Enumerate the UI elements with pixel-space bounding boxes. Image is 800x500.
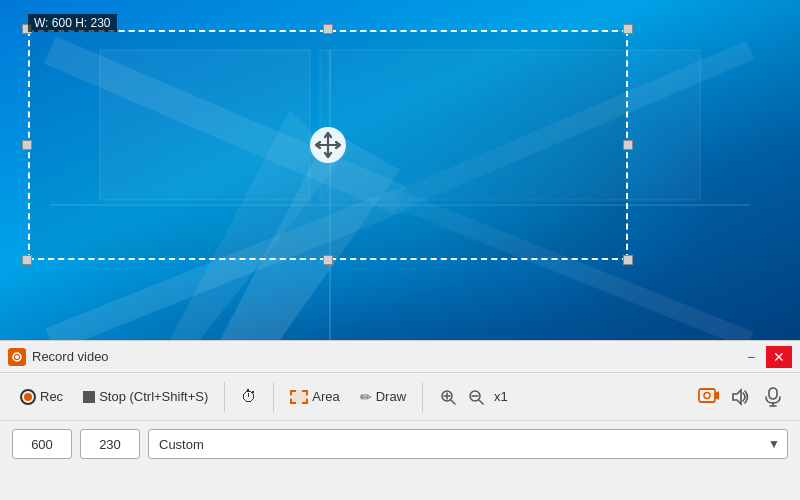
svg-line-16: [451, 400, 455, 404]
title-bar-left: Record video: [8, 348, 109, 366]
clock-icon: ⏱: [241, 388, 257, 406]
svg-line-20: [479, 400, 483, 404]
resize-handle-ml[interactable]: [22, 140, 32, 150]
desktop-background: W: 600 H: 230: [0, 0, 800, 340]
draw-button[interactable]: ✏ Draw: [352, 385, 414, 409]
zoom-out-icon: [468, 389, 484, 405]
stop-button[interactable]: Stop (Ctrl+Shift+S): [75, 385, 216, 408]
audio-button[interactable]: [726, 382, 756, 412]
resize-handle-br[interactable]: [623, 255, 633, 265]
resize-handle-tr[interactable]: [623, 24, 633, 34]
zoom-in-icon: [440, 389, 456, 405]
speaker-icon: [731, 388, 751, 406]
svg-point-14: [15, 355, 19, 359]
divider-2: [273, 382, 274, 412]
rec-button[interactable]: Rec: [12, 385, 71, 409]
preset-select-container: Custom Full Screen 1920x1080 1280x720 80…: [148, 429, 788, 459]
zoom-level-label: x1: [491, 389, 511, 404]
divider-3: [422, 382, 423, 412]
toolbar-panel: Record video − ✕ Rec Stop (Ctrl+Shift+S)…: [0, 340, 800, 500]
height-input[interactable]: [80, 429, 140, 459]
app-icon: [8, 348, 26, 366]
svg-point-23: [704, 392, 710, 398]
window-title: Record video: [32, 349, 109, 364]
title-bar-controls: − ✕: [738, 346, 792, 368]
bottom-row: Custom Full Screen 1920x1080 1280x720 80…: [0, 421, 800, 467]
area-button[interactable]: Area: [282, 385, 347, 408]
svg-rect-11: [0, 0, 800, 340]
right-controls: [694, 382, 788, 412]
zoom-out-button[interactable]: [463, 384, 489, 410]
area-icon: [290, 390, 308, 404]
divider-1: [224, 382, 225, 412]
pencil-icon: ✏: [360, 389, 372, 405]
resize-handle-mr[interactable]: [623, 140, 633, 150]
resize-handle-bl[interactable]: [22, 255, 32, 265]
stop-icon: [83, 391, 95, 403]
schedule-button[interactable]: ⏱: [233, 384, 265, 410]
microphone-button[interactable]: [758, 382, 788, 412]
rec-icon: [20, 389, 36, 405]
title-bar: Record video − ✕: [0, 341, 800, 373]
zoom-controls: x1: [435, 384, 511, 410]
resize-handle-tm[interactable]: [323, 24, 333, 34]
dimension-label: W: 600 H: 230: [28, 14, 117, 32]
svg-rect-22: [699, 389, 715, 402]
webcam-button[interactable]: [694, 382, 724, 412]
width-input[interactable]: [12, 429, 72, 459]
svg-marker-25: [733, 390, 741, 404]
move-cursor-icon: [310, 127, 346, 163]
webcam-icon: [698, 388, 720, 406]
microphone-icon: [765, 387, 781, 407]
resize-handle-bm[interactable]: [323, 255, 333, 265]
zoom-in-button[interactable]: [435, 384, 461, 410]
minimize-button[interactable]: −: [738, 346, 764, 368]
preset-select[interactable]: Custom Full Screen 1920x1080 1280x720 80…: [148, 429, 788, 459]
svg-rect-26: [769, 388, 777, 399]
close-button[interactable]: ✕: [766, 346, 792, 368]
controls-row: Rec Stop (Ctrl+Shift+S) ⏱ Area ✏ Draw: [0, 373, 800, 421]
